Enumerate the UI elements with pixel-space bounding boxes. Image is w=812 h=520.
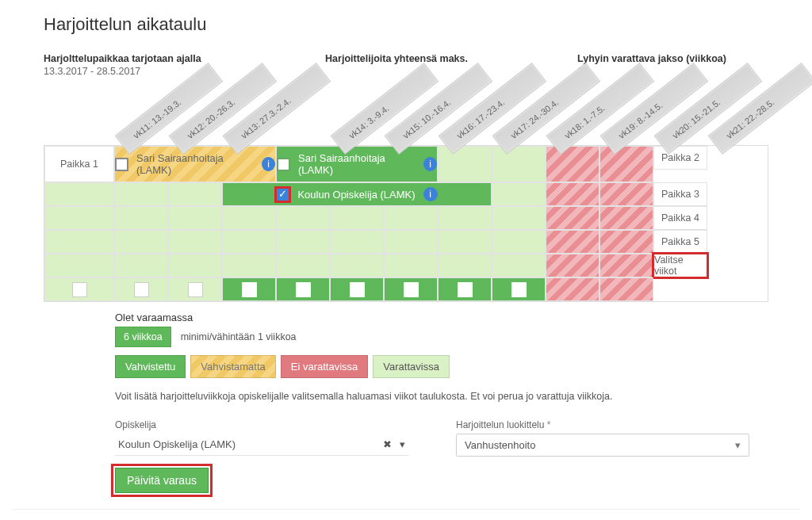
- cell-available[interactable]: [492, 254, 546, 277]
- row-label: Paikka 1: [44, 146, 114, 182]
- schedule-grid: Paikka 1 Sari Sairaanhoitaja (LAMK) i Sa…: [44, 145, 768, 302]
- chevron-down-icon[interactable]: ▾: [400, 438, 405, 450]
- cell-available[interactable]: [222, 254, 276, 277]
- cell-available[interactable]: [276, 206, 330, 230]
- page-title: Harjoittelun aikataulu: [44, 14, 768, 35]
- cell-available[interactable]: [330, 254, 384, 277]
- info-icon[interactable]: i: [262, 157, 275, 171]
- cell-unavailable: [546, 206, 599, 230]
- clear-icon[interactable]: ✖: [383, 438, 392, 450]
- summary-header: Harjolttelupaikkaa tarjotaan ajalla 13.3…: [44, 52, 768, 77]
- min-period-label: Lyhyin varattava jakso (viikkoa): [577, 53, 726, 64]
- cell-available[interactable]: [44, 230, 114, 254]
- classification-label: Harjoittelun luokittelu *: [456, 419, 749, 430]
- row-label: Paikka 4: [653, 206, 707, 230]
- cell-available[interactable]: [492, 146, 546, 182]
- cell-available[interactable]: [114, 206, 168, 230]
- classification-value: Vanhustenhoito: [465, 439, 535, 451]
- week-selector-unavailable: [599, 277, 653, 301]
- week-selector-selected[interactable]: [438, 277, 492, 301]
- cell-unavailable: [599, 230, 653, 254]
- cell-available[interactable]: [330, 230, 384, 254]
- cell-available[interactable]: [438, 254, 492, 277]
- checkbox-icon[interactable]: [276, 188, 289, 201]
- student-value: Koulun Opiskelija (LAMK): [118, 438, 236, 450]
- reservation-current[interactable]: Koulun Opiskelija (LAMK) i: [222, 182, 492, 206]
- cell-available[interactable]: [168, 206, 222, 230]
- cell-available[interactable]: [168, 230, 222, 254]
- week-selector[interactable]: [44, 277, 114, 301]
- cell-available[interactable]: [168, 182, 222, 206]
- chevron-down-icon: ▾: [735, 439, 741, 451]
- reservation-name: Sari Sairaanhoitaja (LAMK): [298, 152, 416, 176]
- cell-unavailable: [599, 146, 653, 182]
- legend-confirmed: Vahvistettu: [115, 355, 186, 378]
- cell-available[interactable]: [168, 254, 222, 277]
- cell-available[interactable]: [44, 206, 114, 230]
- cell-available[interactable]: [44, 182, 114, 206]
- cell-available[interactable]: [276, 254, 330, 277]
- week-selector-selected[interactable]: [276, 277, 330, 301]
- student-label: Opiskelija: [115, 419, 408, 430]
- cell-available[interactable]: [222, 230, 276, 254]
- select-weeks-label: Valitse viikot: [653, 254, 707, 277]
- week-selector[interactable]: [168, 277, 222, 301]
- week-selector-selected[interactable]: [330, 277, 384, 301]
- row-label: Paikka 5: [653, 230, 707, 254]
- cell-unavailable: [546, 254, 599, 277]
- week-selector-selected[interactable]: [492, 277, 546, 301]
- cell-unavailable: [546, 182, 599, 206]
- week-headers: vk11: 13.-19.3. vk12: 20.-26.3. vk13: 27…: [113, 88, 768, 145]
- cell-available[interactable]: [492, 230, 546, 254]
- week-selector-selected[interactable]: [222, 277, 276, 301]
- cell-available[interactable]: [492, 182, 546, 206]
- cell-available[interactable]: [114, 254, 168, 277]
- cell-unavailable: [599, 206, 653, 230]
- reservation-name: Sari Sairaanhoitaja (LAMK): [136, 152, 254, 176]
- checkbox-icon[interactable]: [115, 158, 128, 171]
- cell-available[interactable]: [384, 230, 438, 254]
- legend-available: Varattavissa: [373, 355, 450, 378]
- cell-available[interactable]: [114, 230, 168, 254]
- cell-available[interactable]: [384, 206, 438, 230]
- week-selector-unavailable: [546, 277, 599, 301]
- cell-available[interactable]: [438, 146, 492, 182]
- cell-unavailable: [546, 230, 599, 254]
- cell-available[interactable]: [438, 206, 492, 230]
- classification-select[interactable]: Vanhustenhoito ▾: [456, 434, 749, 457]
- update-reservation-button[interactable]: Päivitä varaus: [115, 468, 209, 493]
- cell-available[interactable]: [276, 230, 330, 254]
- weeks-count-badge: 6 viikkoa: [115, 327, 171, 347]
- min-weeks-text: minimi/vähintään 1 viikkoa: [181, 331, 297, 342]
- info-icon[interactable]: i: [423, 157, 437, 171]
- cell-available[interactable]: [384, 254, 438, 277]
- row-label: Paikka 2: [653, 146, 707, 170]
- row-label: Paikka 3: [653, 182, 707, 206]
- reservation-confirmed[interactable]: Sari Sairaanhoitaja (LAMK) i: [276, 146, 438, 182]
- checkbox-icon[interactable]: [277, 158, 290, 171]
- cell-unavailable: [599, 182, 653, 206]
- reservation-pending[interactable]: Sari Sairaanhoitaja (LAMK) i: [114, 146, 276, 182]
- cell-available[interactable]: [44, 254, 114, 277]
- legend: Vahvistettu Vahvistamatta Ei varattaviss…: [115, 355, 749, 378]
- trainees-max-label: Harjoittelijoita yhteensä maks.: [325, 53, 468, 64]
- week-selector-selected[interactable]: [384, 277, 438, 301]
- reservation-name: Koulun Opiskelija (LAMK): [297, 189, 415, 201]
- week-selector[interactable]: [114, 277, 168, 301]
- cell-available[interactable]: [114, 182, 168, 206]
- reserving-label: Olet varaamassa: [115, 312, 749, 323]
- cell-available[interactable]: [492, 206, 546, 230]
- period-label: Harjolttelupaikkaa tarjotaan ajalla: [44, 53, 201, 64]
- cell-available[interactable]: [222, 206, 276, 230]
- cell-available[interactable]: [330, 206, 384, 230]
- instructions-text: Voit lisätä harjoitteluviikkoja opiskeli…: [115, 391, 749, 402]
- student-select[interactable]: Koulun Opiskelija (LAMK) ✖ ▾: [115, 434, 408, 456]
- cell-unavailable: [546, 146, 599, 182]
- cell-unavailable: [599, 254, 653, 277]
- info-icon[interactable]: i: [423, 187, 438, 201]
- legend-pending: Vahvistamatta: [190, 355, 275, 378]
- cell-available[interactable]: [438, 230, 492, 254]
- legend-unavailable: Ei varattavissa: [281, 355, 369, 378]
